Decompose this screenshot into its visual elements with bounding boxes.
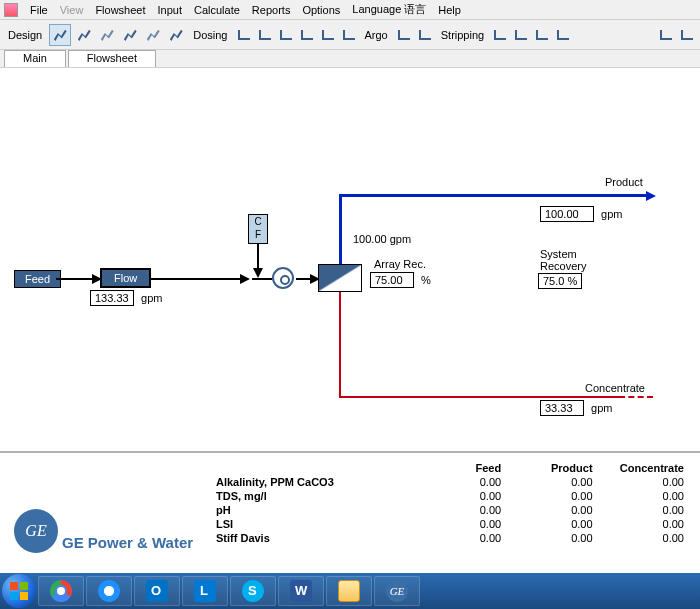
col-product: Product — [507, 461, 598, 475]
feed-block[interactable]: Feed — [14, 270, 61, 288]
task-chrome[interactable] — [38, 576, 84, 606]
skype-icon — [242, 580, 264, 602]
task-word[interactable] — [278, 576, 324, 606]
cell-value: 0.00 — [507, 517, 598, 531]
row-label: TDS, mg/l — [210, 489, 416, 503]
pipe-icon — [238, 30, 250, 40]
start-button[interactable] — [2, 574, 36, 608]
tab-main[interactable]: Main — [4, 50, 66, 67]
tool-design[interactable]: Design — [4, 24, 46, 46]
tab-flowsheet[interactable]: Flowsheet — [68, 50, 156, 67]
tool-stripping-4[interactable] — [554, 24, 572, 46]
flow-block[interactable]: Flow — [100, 268, 151, 288]
tool-stage-1[interactable] — [74, 24, 94, 46]
explorer-icon — [338, 580, 360, 602]
tool-dosing-4[interactable] — [298, 24, 316, 46]
cell-value: 0.00 — [599, 503, 690, 517]
app-icon — [4, 3, 18, 17]
menu-reports[interactable]: Reports — [252, 4, 291, 16]
tool-extra-1[interactable] — [657, 24, 675, 46]
membrane-icon[interactable] — [318, 264, 362, 292]
menu-bar: File View Flowsheet Input Calculate Repo… — [0, 0, 700, 20]
tool-argo-2[interactable] — [416, 24, 434, 46]
row-label: Alkalinity, PPM CaCO3 — [210, 475, 416, 489]
concentrate-input[interactable]: 33.33 — [540, 400, 584, 416]
conc-line-dashed — [619, 396, 653, 398]
lync-icon — [194, 580, 216, 602]
task-ie[interactable] — [86, 576, 132, 606]
flow-unit: gpm — [141, 292, 162, 304]
pipe-icon — [494, 30, 506, 40]
membrane-feed-label: 100.00 gpm — [353, 233, 411, 245]
task-ge-app[interactable]: GE — [374, 576, 420, 606]
tool-stage-3[interactable] — [120, 24, 140, 46]
tool-stripping-1[interactable] — [491, 24, 509, 46]
tool-stage-2[interactable] — [97, 24, 117, 46]
tool-dosing[interactable]: Dosing — [189, 24, 231, 46]
cf-label-c: C — [249, 215, 267, 228]
pipe-icon — [557, 30, 569, 40]
system-recovery-input[interactable]: 75.0 % — [538, 273, 582, 289]
array-rec-group: 75.00 % — [370, 272, 431, 288]
conc-line-v — [339, 292, 341, 398]
tab-strip: Main Flowsheet — [0, 50, 700, 68]
task-outlook[interactable] — [134, 576, 180, 606]
menu-calculate[interactable]: Calculate — [194, 4, 240, 16]
tool-argo[interactable]: Argo — [361, 24, 392, 46]
pipe-icon — [322, 30, 334, 40]
task-lync[interactable] — [182, 576, 228, 606]
tool-dosing-3[interactable] — [277, 24, 295, 46]
pipe-icon — [419, 30, 431, 40]
tool-dosing-2[interactable] — [256, 24, 274, 46]
tool-dosing-1[interactable] — [235, 24, 253, 46]
branding-area: GE GE Power & Water — [0, 453, 210, 561]
summary-panel: GE GE Power & Water Feed Product Concent… — [0, 453, 700, 561]
tool-dosing-5[interactable] — [319, 24, 337, 46]
tool-stage-4[interactable] — [143, 24, 163, 46]
tool-stripping[interactable]: Stripping — [437, 24, 488, 46]
tool-stage-5[interactable] — [166, 24, 186, 46]
row-label: pH — [210, 503, 416, 517]
flow-input[interactable]: 133.33 — [90, 290, 134, 306]
summary-table: Feed Product Concentrate Alkalinity, PPM… — [210, 453, 700, 561]
table-row: Stiff Davis 0.00 0.00 0.00 — [210, 531, 690, 545]
flowsheet-canvas[interactable]: Feed Flow 133.33 gpm C F 100.00 gpm Arra… — [0, 68, 700, 453]
menu-input[interactable]: Input — [158, 4, 182, 16]
product-unit: gpm — [601, 208, 622, 220]
cell-value: 0.00 — [599, 489, 690, 503]
flow-arrow-icon — [240, 274, 250, 284]
menu-file[interactable]: File — [30, 4, 48, 16]
menu-help[interactable]: Help — [438, 4, 461, 16]
array-rec-input[interactable]: 75.00 — [370, 272, 414, 288]
pump-icon[interactable] — [272, 267, 294, 289]
tool-selected-icon[interactable] — [49, 24, 71, 46]
cf-block[interactable]: C F — [248, 214, 268, 244]
product-input[interactable]: 100.00 — [540, 206, 594, 222]
cell-value: 0.00 — [507, 531, 598, 545]
menu-options[interactable]: Options — [302, 4, 340, 16]
menu-language[interactable]: Language 语言 — [352, 2, 426, 17]
tool-stripping-2[interactable] — [512, 24, 530, 46]
row-label: LSI — [210, 517, 416, 531]
menu-flowsheet[interactable]: Flowsheet — [95, 4, 145, 16]
tool-dosing-6[interactable] — [340, 24, 358, 46]
flow-value-group: 133.33 gpm — [90, 290, 162, 306]
concentrate-unit: gpm — [591, 402, 612, 414]
table-row: LSI 0.00 0.00 0.00 — [210, 517, 690, 531]
tool-extra-2[interactable] — [678, 24, 696, 46]
word-icon — [290, 580, 312, 602]
pipe-icon — [660, 30, 672, 40]
ge-brand-text: GE Power & Water — [62, 534, 193, 551]
task-explorer[interactable] — [326, 576, 372, 606]
table-row: TDS, mg/l 0.00 0.00 0.00 — [210, 489, 690, 503]
pipe-icon — [515, 30, 527, 40]
tool-argo-1[interactable] — [395, 24, 413, 46]
pipe-icon — [536, 30, 548, 40]
tool-stripping-3[interactable] — [533, 24, 551, 46]
stage-icon — [145, 27, 161, 43]
cf-label-f: F — [249, 228, 267, 241]
pipe-icon — [681, 30, 693, 40]
stage-icon — [52, 27, 68, 43]
concentrate-value-group: 33.33 gpm — [540, 400, 612, 416]
task-skype[interactable] — [230, 576, 276, 606]
